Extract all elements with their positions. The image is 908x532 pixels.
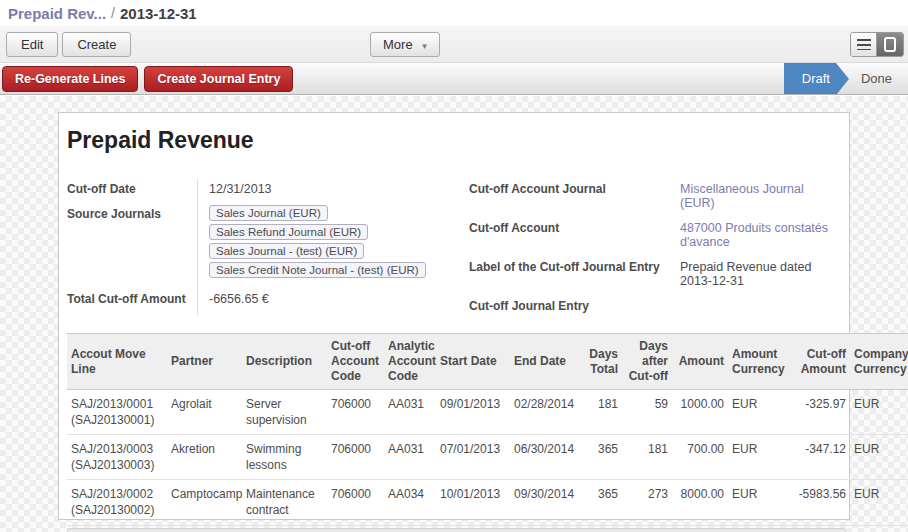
cell-amount-currency: EUR — [728, 480, 793, 525]
form-fields: Cut-off Date 12/31/2013 Source Journals … — [67, 180, 849, 315]
cell-amount: 8000.00 — [672, 480, 728, 525]
lines-table-container: Accout Move Line Partner Description Cut… — [67, 333, 908, 532]
cell-cutoff-amount: -325.97 — [793, 390, 850, 435]
form-column-right: Cut-off Account Journal Miscellaneous Jo… — [469, 180, 849, 315]
entry-label-label: Label of the Cut-off Journal Entry — [469, 258, 669, 297]
status-arrow — [836, 63, 849, 95]
status-action-bar: Re-Generate Lines Create Journal Entry D… — [0, 62, 908, 95]
list-icon — [857, 39, 871, 50]
form-icon — [884, 37, 896, 52]
field-entry-label: Label of the Cut-off Journal Entry Prepa… — [469, 258, 849, 297]
cell-partner: Akretion — [167, 435, 242, 480]
form-sheet: Prepaid Revenue Cut-off Date 12/31/2013 … — [58, 112, 850, 520]
table-row[interactable]: SAJ/2013/0003 (SAJ20130003) Akretion Swi… — [67, 435, 908, 480]
cell-cutoff-amount: -5983.56 — [793, 480, 850, 525]
journal-tag: Sales Refund Journal (EUR) — [209, 224, 368, 240]
field-cutoff-account: Cut-off Account 487000 Produits constaté… — [469, 219, 849, 258]
cutoff-account-link[interactable]: 487000 Produits constatés d'avance — [669, 219, 839, 258]
page-title: Prepaid Revenue — [67, 127, 849, 154]
field-cutoff-journal-entry: Cut-off Journal Entry — [469, 297, 849, 313]
cell-analytic-account-code: AA031 — [384, 435, 436, 480]
horizontal-scrollbar[interactable] — [67, 528, 846, 532]
app-window: Prepaid Rev... / 2013-12-31 Edit Create … — [0, 0, 908, 532]
edit-button[interactable]: Edit — [6, 32, 58, 57]
col-end-date: End Date — [510, 334, 584, 390]
view-switcher — [850, 32, 904, 57]
lines-table: Accout Move Line Partner Description Cut… — [67, 333, 908, 526]
col-analytic-account-code: Analytic Account Code — [384, 334, 436, 390]
create-button[interactable]: Create — [62, 32, 131, 57]
list-view-button[interactable] — [851, 33, 877, 56]
cell-cutoff-amount: -347.12 — [793, 435, 850, 480]
cutoff-account-journal-link[interactable]: Miscellaneous Journal (EUR) — [669, 180, 839, 219]
breadcrumb: Prepaid Rev... / 2013-12-31 — [0, 0, 908, 26]
source-journals-label: Source Journals — [67, 205, 197, 290]
cell-days-total: 365 — [584, 435, 622, 480]
col-description: Description — [242, 334, 327, 390]
more-button[interactable]: More ▾ — [370, 32, 440, 57]
col-cutoff-amount: Cut-off Amount — [793, 334, 850, 390]
cutoff-date-label: Cut-off Date — [67, 180, 197, 205]
cell-account-move-line: SAJ/2013/0003 (SAJ20130003) — [67, 435, 167, 480]
status-step-done[interactable]: Done — [849, 63, 908, 94]
journal-tag-list: Sales Journal (EUR) Sales Refund Journal… — [209, 205, 451, 281]
cell-company-currency: EUR — [850, 435, 908, 480]
cell-days-total: 181 — [584, 390, 622, 435]
cell-days-total: 365 — [584, 480, 622, 525]
breadcrumb-parent-link[interactable]: Prepaid Rev... — [8, 5, 106, 22]
field-cutoff-date: Cut-off Date 12/31/2013 — [67, 180, 467, 205]
cell-cutoff-account-code: 706000 — [327, 480, 384, 525]
breadcrumb-separator: / — [111, 5, 115, 21]
form-column-left: Cut-off Date 12/31/2013 Source Journals … — [67, 180, 467, 315]
cell-start-date: 09/01/2013 — [436, 390, 510, 435]
cell-company-currency: EUR — [850, 390, 908, 435]
form-view-button[interactable] — [877, 33, 903, 56]
cell-description: Swimming lessons — [242, 435, 327, 480]
col-start-date: Start Date — [436, 334, 510, 390]
table-row[interactable]: SAJ/2013/0001 (SAJ20130001) Agrolait Ser… — [67, 390, 908, 435]
cell-amount-currency: EUR — [728, 435, 793, 480]
cutoff-journal-entry-value — [669, 297, 839, 313]
field-cutoff-account-journal: Cut-off Account Journal Miscellaneous Jo… — [469, 180, 849, 219]
cell-analytic-account-code: AA031 — [384, 390, 436, 435]
cell-analytic-account-code: AA034 — [384, 480, 436, 525]
cell-description: Maintenance contract — [242, 480, 327, 525]
cell-amount: 1000.00 — [672, 390, 728, 435]
col-company-currency: Company Currency — [850, 334, 908, 390]
table-row[interactable]: SAJ/2013/0002 (SAJ20130002) Camptocamp M… — [67, 480, 908, 525]
cell-start-date: 07/01/2013 — [436, 435, 510, 480]
statusbar: Draft Done — [784, 63, 908, 94]
col-amount: Amount — [672, 334, 728, 390]
source-journals-value: Sales Journal (EUR) Sales Refund Journal… — [197, 205, 467, 290]
cell-cutoff-account-code: 706000 — [327, 390, 384, 435]
chevron-down-icon: ▾ — [422, 41, 427, 51]
status-step-draft[interactable]: Draft — [784, 63, 836, 94]
col-account-move-line: Accout Move Line — [67, 334, 167, 390]
breadcrumb-current: 2013-12-31 — [120, 5, 197, 22]
cutoff-journal-entry-label: Cut-off Journal Entry — [469, 297, 669, 313]
entry-label-value: Prepaid Revenue dated 2013-12-31 — [669, 258, 839, 297]
cell-end-date: 06/30/2014 — [510, 435, 584, 480]
col-days-total: Days Total — [584, 334, 622, 390]
total-cutoff-amount-label: Total Cut-off Amount — [67, 290, 197, 315]
total-cutoff-amount-value: -6656.65 € — [197, 290, 467, 315]
cell-days-after-cutoff: 181 — [622, 435, 672, 480]
cutoff-date-value: 12/31/2013 — [197, 180, 467, 205]
cell-start-date: 10/01/2013 — [436, 480, 510, 525]
col-partner: Partner — [167, 334, 242, 390]
table-header-row: Accout Move Line Partner Description Cut… — [67, 334, 908, 390]
cell-company-currency: EUR — [850, 480, 908, 525]
cell-account-move-line: SAJ/2013/0002 (SAJ20130002) — [67, 480, 167, 525]
col-amount-currency: Amount Currency — [728, 334, 793, 390]
create-journal-entry-button[interactable]: Create Journal Entry — [144, 66, 293, 92]
cell-days-after-cutoff: 59 — [622, 390, 672, 435]
cell-partner: Camptocamp — [167, 480, 242, 525]
cell-end-date: 09/30/2014 — [510, 480, 584, 525]
cell-account-move-line: SAJ/2013/0001 (SAJ20130001) — [67, 390, 167, 435]
regenerate-lines-button[interactable]: Re-Generate Lines — [2, 66, 138, 92]
content-background: Prepaid Revenue Cut-off Date 12/31/2013 … — [0, 96, 908, 532]
field-source-journals: Source Journals Sales Journal (EUR) Sale… — [67, 205, 467, 290]
journal-tag: Sales Journal - (test) (EUR) — [209, 243, 364, 259]
journal-tag: Sales Journal (EUR) — [209, 205, 328, 221]
col-days-after-cutoff: Days after Cut-off — [622, 334, 672, 390]
